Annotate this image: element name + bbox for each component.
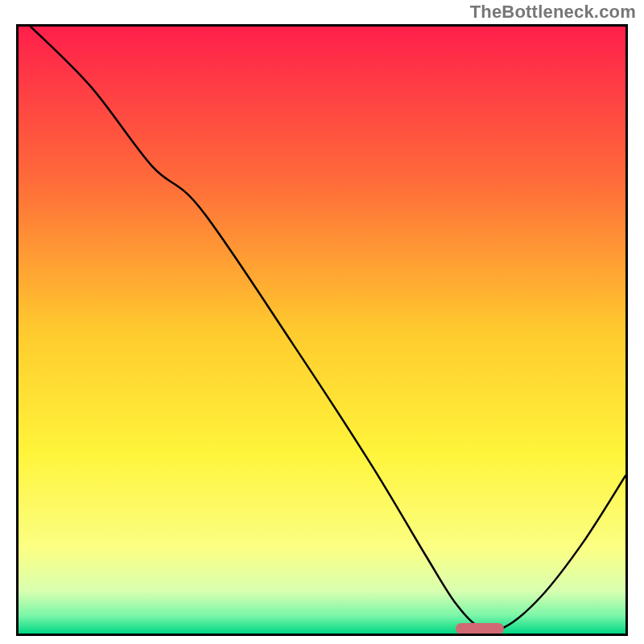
watermark-text: TheBottleneck.com <box>470 2 636 23</box>
curve-layer <box>19 27 625 634</box>
chart-canvas: TheBottleneck.com <box>0 0 644 644</box>
bottleneck-curve <box>31 27 625 631</box>
plot-area <box>16 24 628 636</box>
optimal-range-marker <box>456 623 504 634</box>
